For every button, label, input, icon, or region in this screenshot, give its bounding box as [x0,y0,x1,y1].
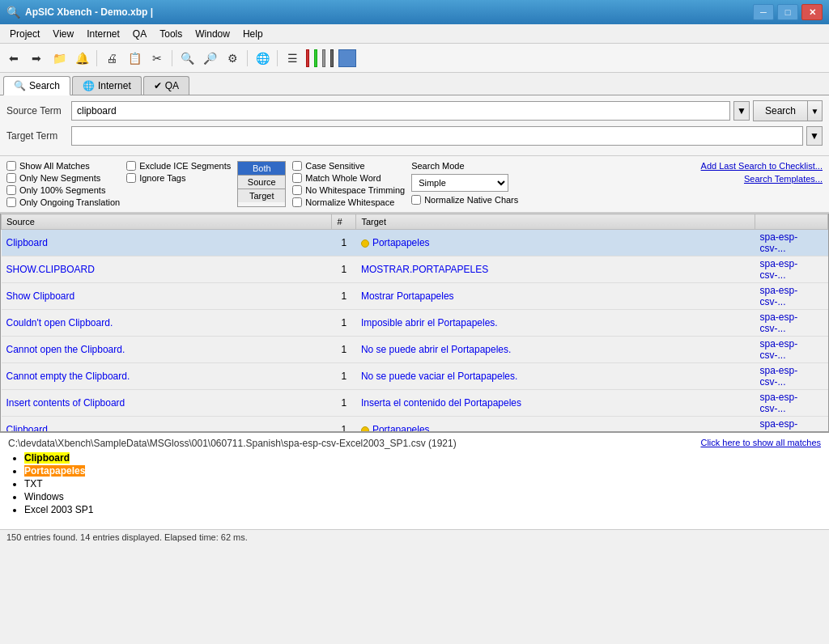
status-bar: 150 entries found. 14 entries displayed.… [0,529,829,544]
tab-internet[interactable]: 🌐 Internet [72,76,142,95]
scope-both[interactable]: Both [238,162,285,176]
target-dropdown-arrow[interactable]: ▼ [806,126,823,146]
num-cell: 1 [332,283,356,310]
checkbox-normalize-native[interactable] [411,195,421,205]
toolbar-9[interactable]: 🔎 [199,48,220,69]
search-button[interactable]: Search [753,100,808,121]
label-new-segments: Only New Segments [19,173,100,183]
checkbox-ongoing[interactable] [6,197,16,207]
table-row[interactable]: Couldn't open Clipboard.1Imposible abrir… [2,310,828,337]
list-item: Clipboard [24,452,821,464]
maximize-button[interactable]: □ [777,4,798,20]
num-cell: 1 [332,256,356,283]
show-all-link[interactable]: Click here to show all matches [700,438,821,447]
toolbar-save[interactable]: 📁 [49,48,70,69]
target-input-wrap: ▼ [71,126,823,146]
checkbox-ignore-tags[interactable] [126,173,136,183]
menu-internet[interactable]: Internet [80,26,126,42]
search-button-arrow[interactable]: ▼ [808,100,823,121]
qa-tab-label: QA [165,80,179,91]
source-dropdown-arrow[interactable]: ▼ [733,101,750,121]
highlight-yellow: Clipboard [24,452,70,464]
options-row: Show All Matches Only New Segments Only … [0,156,829,213]
num-cell: 1 [332,363,356,390]
check-ongoing: Only Ongoing Translation [6,197,120,207]
menu-tools[interactable]: Tools [153,26,189,42]
check-new-segments: Only New Segments [6,173,120,183]
source-cell: SHOW.CLIPBOARD [2,256,332,283]
toolbar-open[interactable]: ➡ [26,48,47,69]
table-row[interactable]: SHOW.CLIPBOARD1MOSTRAR.PORTAPAPELESspa-e… [2,256,828,283]
menu-help[interactable]: Help [236,26,270,42]
checkbox-normalize-ws[interactable] [292,197,302,207]
col-header-file [755,214,828,230]
target-cell: Imposible abrir el Portapapeles. [356,310,755,337]
source-input[interactable] [71,101,730,121]
scope-source[interactable]: Source [238,176,285,189]
toolbar-6[interactable]: 📋 [124,48,145,69]
source-cell: Couldn't open Clipboard. [2,310,332,337]
table-row[interactable]: Clipboard1Portapapelesspa-esp-csv-... [2,230,828,256]
checkbox-show-all[interactable] [6,161,16,171]
checkbox-whole-word[interactable] [292,173,302,183]
label-exclude-ice: Exclude ICE Segments [139,161,231,171]
num-cell: 1 [332,230,356,256]
toolbar-7[interactable]: ✂ [147,48,168,69]
target-label: Target Term [6,130,71,142]
highlight-orange: Portapapeles [24,465,85,477]
menu-qa[interactable]: QA [126,26,153,42]
toolbar-4[interactable]: 🔔 [71,48,92,69]
label-ongoing: Only Ongoing Translation [19,197,120,207]
check-100-segments: Only 100% Segments [6,185,120,195]
toolbar-11[interactable]: 🌐 [252,48,273,69]
target-input[interactable] [71,126,803,146]
toolbar-8[interactable]: 🔍 [176,48,198,69]
check-no-whitespace: No Whitespace Trimming [292,185,405,195]
menu-window[interactable]: Window [189,26,236,42]
checkbox-case-sensitive[interactable] [292,161,302,171]
toolbar-color-gray2 [330,49,334,67]
toolbar: ⬅ ➡ 📁 🔔 🖨 📋 ✂ 🔍 🔎 ⚙ 🌐 ☰ [0,44,829,73]
label-normalize-ws: Normalize Whitespace [305,197,394,207]
table-row[interactable]: Cannot open the Clipboard.1No se puede a… [2,337,828,363]
toolbar-5[interactable]: 🖨 [101,48,122,69]
checkbox-new-segments[interactable] [6,173,16,183]
tab-qa[interactable]: ✔ QA [143,76,189,95]
checkbox-no-whitespace[interactable] [292,185,302,195]
scope-target[interactable]: Target [238,189,285,202]
source-label: Source Term [6,105,71,117]
title-bar: 🔍 ApSIC Xbench - Demo.xbp | ─ □ ✕ [0,0,829,24]
tab-search[interactable]: 🔍 Search [3,76,70,95]
col-header-num: # [332,214,356,230]
search-mode-select[interactable]: Simple [411,174,508,192]
table-row[interactable]: Clipboard1Portapapelesspa-esp-csv-... [2,417,828,433]
menu-view[interactable]: View [46,26,80,42]
add-checklist-link[interactable]: Add Last Search to Checklist... [701,161,823,171]
toolbar-sep-4 [277,50,278,66]
label-no-whitespace: No Whitespace Trimming [305,185,405,195]
toolbar-sep-2 [172,50,172,66]
table-row[interactable]: Cannot empty the Clipboard.1No se puede … [2,363,828,390]
search-templates-link[interactable]: Search Templates... [701,174,823,184]
checkbox-100-segments[interactable] [6,185,16,195]
list-item: Excel 2003 SP1 [24,504,821,515]
target-cell: Portapapeles [356,417,755,433]
toolbar-10[interactable]: ⚙ [222,48,243,69]
toolbar-list[interactable]: ☰ [282,48,303,69]
toolbar-new[interactable]: ⬅ [3,48,24,69]
table-row[interactable]: Show Clipboard1Mostrar Portapapelesspa-e… [2,283,828,310]
search-tab-icon: 🔍 [14,80,26,91]
checkbox-exclude-ice[interactable] [126,161,136,171]
internet-tab-icon: 🌐 [83,80,95,91]
list-item: Portapapeles [24,465,821,477]
minimize-button[interactable]: ─ [753,4,774,20]
search-tab-label: Search [29,80,60,91]
menu-project[interactable]: Project [3,26,46,42]
file-cell: spa-esp-csv-... [755,390,828,417]
source-cell: Clipboard [2,417,332,433]
close-button[interactable]: ✕ [801,4,823,20]
right-links: Add Last Search to Checklist... Search T… [701,161,823,207]
preview-path: C:\devdata\Xbench\SampleData\MSGloss\001… [8,438,457,449]
num-cell: 1 [332,337,356,363]
table-row[interactable]: Insert contents of Clipboard1Inserta el … [2,390,828,417]
